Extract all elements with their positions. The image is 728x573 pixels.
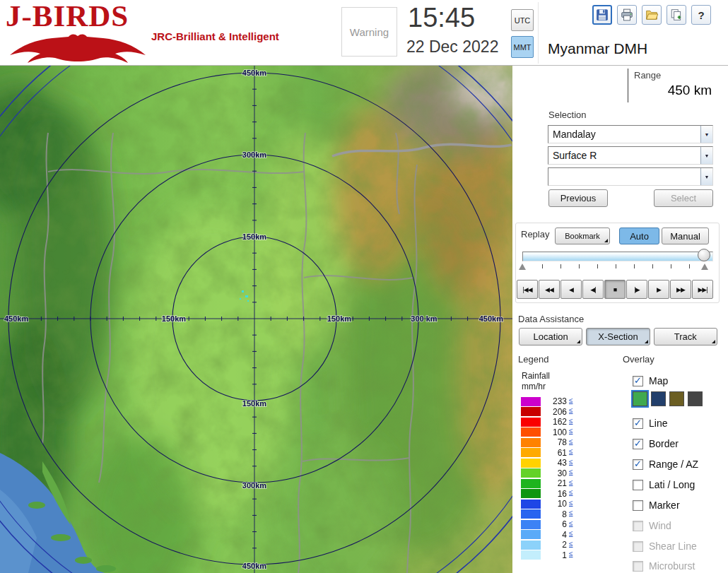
overlay-item-border[interactable]: ✓Border	[633, 437, 679, 451]
legend-row: 16≤	[521, 489, 602, 500]
site-dropdown[interactable]: Mandalay ▼	[548, 125, 713, 143]
legend-threshold-link[interactable]: ≤	[569, 406, 573, 414]
select-button[interactable]: Select	[654, 189, 713, 207]
marker-checkbox[interactable]	[633, 500, 643, 511]
map-checkbox[interactable]: ✓	[633, 376, 643, 386]
product-dropdown[interactable]: Surface R ▼	[548, 146, 713, 165]
skip-to-start-button[interactable]: |◀◀	[517, 280, 538, 299]
chevron-down-icon[interactable]: ▼	[700, 147, 712, 164]
legend-value: 61	[541, 448, 567, 458]
export-image-button[interactable]	[667, 5, 686, 25]
replay-timeline[interactable]	[522, 252, 713, 261]
overlay-item-wind: Wind	[633, 519, 671, 533]
lati-long-checkbox[interactable]	[633, 480, 643, 490]
overlay-item-label: Lati / Long	[649, 479, 695, 490]
option-dropdown-value	[548, 168, 700, 185]
legend-threshold-link[interactable]: ≤	[569, 427, 573, 435]
legend-threshold-link[interactable]: ≤	[569, 447, 573, 455]
timeline-thumb[interactable]	[698, 249, 710, 261]
legend-threshold-link[interactable]: ≤	[569, 396, 573, 404]
clock-time: 15:45	[408, 3, 475, 33]
border-checkbox[interactable]: ✓	[633, 439, 643, 449]
timeline-tick	[597, 264, 598, 268]
overlay-item-shear-line: Shear Line	[633, 539, 697, 553]
manual-mode-button[interactable]: Manual	[662, 228, 709, 244]
auto-mode-button[interactable]: Auto	[619, 228, 659, 244]
fast-forward-button[interactable]: ▶▶	[670, 280, 691, 299]
legend-color-swatch	[521, 438, 541, 447]
legend-color-swatch	[521, 407, 541, 416]
legend-value: 1	[541, 550, 567, 560]
overlay-item-lati-long[interactable]: Lati / Long	[633, 478, 695, 492]
overlay-item-line[interactable]: ✓Line	[633, 416, 667, 430]
radar-map-canvas[interactable]: 450km300km150km150km300km450km450km150km…	[0, 66, 512, 573]
legend-threshold-link[interactable]: ≤	[569, 540, 573, 548]
range-ring-label: 450km	[479, 314, 503, 323]
range-label: Range	[634, 70, 661, 81]
play-backward-button[interactable]: ◀	[560, 280, 582, 299]
x-section-button[interactable]: X-Section	[586, 328, 650, 345]
overlay-item-label: Marker	[649, 500, 680, 511]
station-title: Myanmar DMH	[548, 40, 647, 57]
step-backward-button[interactable]: ◀|	[582, 280, 604, 299]
utc-button[interactable]: UTC	[511, 9, 534, 31]
overlay-item-microburst: Microburst	[633, 559, 695, 573]
legend-threshold-link[interactable]: ≤	[569, 417, 573, 425]
legend-value: 233	[541, 396, 567, 406]
legend-value: 30	[541, 468, 567, 478]
radar-map-area[interactable]: 450km300km150km150km300km450km450km150km…	[0, 66, 512, 573]
overlay-item-label: Wind	[649, 520, 671, 531]
legend-value: 4	[541, 530, 567, 540]
legend-threshold-link[interactable]: ≤	[569, 499, 573, 507]
legend-color-swatch	[521, 540, 541, 550]
range-ring-label: 300 km	[411, 314, 438, 323]
legend-threshold-link[interactable]: ≤	[569, 519, 573, 527]
legend-color-swatch	[521, 489, 541, 498]
overlay-item-label: Shear Line	[649, 540, 697, 552]
toolbar: ?	[592, 5, 711, 25]
legend-threshold-link[interactable]: ≤	[569, 458, 573, 466]
legend-row: 21≤	[521, 478, 602, 489]
legend-color-swatch	[521, 468, 541, 478]
header: J-BIRDS JRC-Brilliant & Intelligent Rada…	[0, 0, 728, 66]
legend-color-swatch	[521, 448, 541, 457]
print-button[interactable]	[617, 5, 637, 25]
legend-color-swatch	[521, 550, 541, 560]
location-button[interactable]: Location	[519, 328, 582, 345]
save-button[interactable]	[592, 5, 612, 25]
legend-threshold-link[interactable]: ≤	[569, 509, 573, 516]
legend-threshold-link[interactable]: ≤	[569, 437, 573, 445]
legend-threshold-link[interactable]: ≤	[569, 488, 573, 496]
option-dropdown[interactable]: ▼	[548, 167, 713, 186]
stop-button[interactable]: ■	[604, 280, 626, 299]
overlay-item-map[interactable]: ✓Map	[633, 374, 668, 388]
legend-color-swatch	[521, 520, 541, 529]
overlay-item-label: Range / AZ	[649, 459, 698, 470]
bookmark-button[interactable]: Bookmark	[555, 228, 610, 244]
track-button[interactable]: Track	[654, 328, 717, 345]
chevron-down-icon[interactable]: ▼	[700, 168, 712, 185]
open-file-button[interactable]	[642, 5, 662, 25]
overlay-item-marker[interactable]: Marker	[633, 498, 680, 512]
step-forward-button[interactable]: |▶	[626, 280, 647, 299]
mmt-button[interactable]: MMT	[511, 36, 534, 58]
fast-rewind-button[interactable]: ◀◀	[539, 280, 560, 299]
help-icon: ?	[698, 9, 704, 21]
help-button[interactable]: ?	[691, 5, 711, 25]
range-az-checkbox[interactable]: ✓	[633, 459, 643, 470]
line-checkbox[interactable]: ✓	[633, 418, 643, 429]
skip-to-end-button[interactable]: ▶▶|	[692, 280, 713, 299]
app-logo-title: J-BIRDS	[6, 0, 129, 33]
chevron-down-icon[interactable]: ▼	[700, 126, 712, 143]
overlay-item-range-az[interactable]: ✓Range / AZ	[633, 457, 698, 471]
legend-threshold-link[interactable]: ≤	[569, 550, 573, 557]
legend-title: Legend	[518, 354, 548, 365]
legend-row: 162≤	[521, 417, 602, 427]
legend-value: 8	[541, 509, 567, 519]
legend-threshold-link[interactable]: ≤	[569, 529, 573, 537]
play-forward-button[interactable]: ▶	[648, 280, 669, 299]
legend-threshold-link[interactable]: ≤	[569, 468, 573, 475]
legend-threshold-link[interactable]: ≤	[569, 478, 573, 486]
timeline-tick	[689, 264, 690, 268]
previous-button[interactable]: Previous	[548, 189, 608, 207]
